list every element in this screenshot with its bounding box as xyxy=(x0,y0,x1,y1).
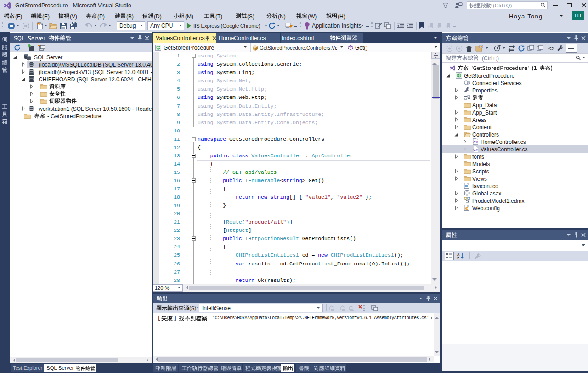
svg-text:Z: Z xyxy=(457,256,459,259)
svg-text:C#: C# xyxy=(473,148,478,152)
svg-text:C#: C# xyxy=(473,140,478,144)
